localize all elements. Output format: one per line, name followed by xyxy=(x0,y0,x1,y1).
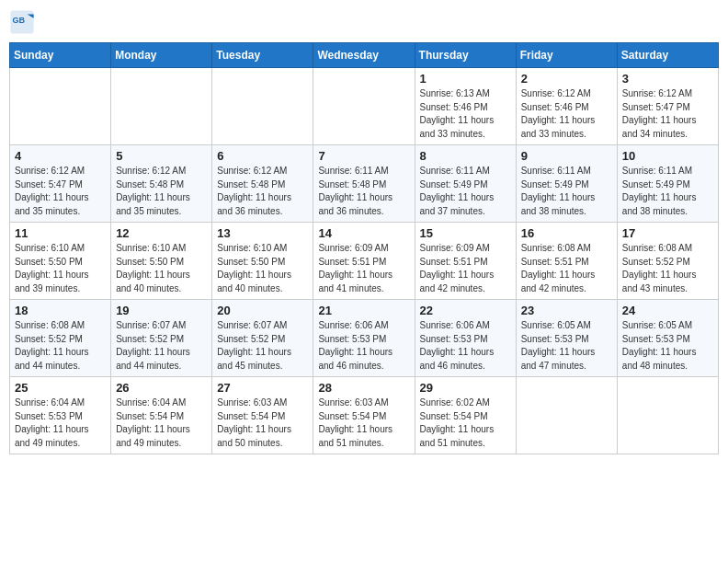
day-number: 11 xyxy=(15,226,106,240)
calendar-cell: 2Sunrise: 6:12 AM Sunset: 5:46 PM Daylig… xyxy=(516,68,617,145)
header: GB xyxy=(9,9,719,35)
day-number: 29 xyxy=(420,381,511,395)
day-info: Sunrise: 6:10 AM Sunset: 5:50 PM Dayligh… xyxy=(15,242,106,295)
day-info: Sunrise: 6:11 AM Sunset: 5:49 PM Dayligh… xyxy=(420,165,511,218)
calendar-cell: 24Sunrise: 6:05 AM Sunset: 5:53 PM Dayli… xyxy=(617,300,718,377)
calendar-cell: 13Sunrise: 6:10 AM Sunset: 5:50 PM Dayli… xyxy=(212,223,313,300)
calendar-cell: 27Sunrise: 6:03 AM Sunset: 5:54 PM Dayli… xyxy=(212,377,313,454)
day-info: Sunrise: 6:12 AM Sunset: 5:48 PM Dayligh… xyxy=(217,165,308,218)
day-info: Sunrise: 6:12 AM Sunset: 5:47 PM Dayligh… xyxy=(622,87,713,141)
calendar-cell: 11Sunrise: 6:10 AM Sunset: 5:50 PM Dayli… xyxy=(10,223,111,300)
calendar-cell: 5Sunrise: 6:12 AM Sunset: 5:48 PM Daylig… xyxy=(111,145,212,223)
day-number: 20 xyxy=(217,304,308,317)
calendar-cell: 25Sunrise: 6:04 AM Sunset: 5:53 PM Dayli… xyxy=(10,377,111,454)
day-info: Sunrise: 6:12 AM Sunset: 5:47 PM Dayligh… xyxy=(15,165,106,218)
day-number: 23 xyxy=(521,304,612,317)
calendar-cell: 3Sunrise: 6:12 AM Sunset: 5:47 PM Daylig… xyxy=(617,68,718,145)
calendar-cell: 18Sunrise: 6:08 AM Sunset: 5:52 PM Dayli… xyxy=(10,300,111,377)
day-info: Sunrise: 6:02 AM Sunset: 5:54 PM Dayligh… xyxy=(420,396,511,450)
day-number: 25 xyxy=(15,381,106,395)
day-info: Sunrise: 6:06 AM Sunset: 5:53 PM Dayligh… xyxy=(318,319,409,373)
calendar-header-monday: Monday xyxy=(111,43,212,68)
calendar-cell: 8Sunrise: 6:11 AM Sunset: 5:49 PM Daylig… xyxy=(415,145,516,223)
day-number: 5 xyxy=(116,149,207,163)
calendar-cell: 14Sunrise: 6:09 AM Sunset: 5:51 PM Dayli… xyxy=(313,223,415,300)
calendar-cell: 12Sunrise: 6:10 AM Sunset: 5:50 PM Dayli… xyxy=(111,223,212,300)
calendar-cell: 15Sunrise: 6:09 AM Sunset: 5:51 PM Dayli… xyxy=(415,223,516,300)
calendar-header-row: SundayMondayTuesdayWednesdayThursdayFrid… xyxy=(10,43,719,68)
calendar-header-wednesday: Wednesday xyxy=(313,43,415,68)
calendar-cell xyxy=(212,68,313,145)
calendar-cell xyxy=(617,377,718,454)
calendar-header-thursday: Thursday xyxy=(415,43,516,68)
day-info: Sunrise: 6:07 AM Sunset: 5:52 PM Dayligh… xyxy=(217,319,308,373)
calendar-cell: 20Sunrise: 6:07 AM Sunset: 5:52 PM Dayli… xyxy=(212,300,313,377)
day-number: 17 xyxy=(622,226,713,240)
day-number: 28 xyxy=(318,381,409,395)
logo: GB xyxy=(9,9,39,35)
calendar-week-2: 4Sunrise: 6:12 AM Sunset: 5:47 PM Daylig… xyxy=(10,145,719,223)
calendar-cell xyxy=(313,68,415,145)
calendar-cell: 21Sunrise: 6:06 AM Sunset: 5:53 PM Dayli… xyxy=(313,300,415,377)
calendar-cell xyxy=(111,68,212,145)
calendar-cell: 23Sunrise: 6:05 AM Sunset: 5:53 PM Dayli… xyxy=(516,300,617,377)
calendar-cell: 28Sunrise: 6:03 AM Sunset: 5:54 PM Dayli… xyxy=(313,377,415,454)
day-number: 22 xyxy=(420,304,511,317)
day-number: 1 xyxy=(420,72,511,86)
day-info: Sunrise: 6:04 AM Sunset: 5:53 PM Dayligh… xyxy=(15,396,106,450)
day-number: 4 xyxy=(15,149,106,163)
calendar-header-saturday: Saturday xyxy=(617,43,718,68)
day-info: Sunrise: 6:06 AM Sunset: 5:53 PM Dayligh… xyxy=(420,319,511,373)
calendar-header-tuesday: Tuesday xyxy=(212,43,313,68)
calendar-cell xyxy=(10,68,111,145)
day-info: Sunrise: 6:04 AM Sunset: 5:54 PM Dayligh… xyxy=(116,396,207,450)
day-info: Sunrise: 6:11 AM Sunset: 5:48 PM Dayligh… xyxy=(318,165,409,218)
calendar-cell: 29Sunrise: 6:02 AM Sunset: 5:54 PM Dayli… xyxy=(415,377,516,454)
day-info: Sunrise: 6:05 AM Sunset: 5:53 PM Dayligh… xyxy=(622,319,713,373)
day-number: 7 xyxy=(318,149,409,163)
calendar-cell: 19Sunrise: 6:07 AM Sunset: 5:52 PM Dayli… xyxy=(111,300,212,377)
calendar-cell: 26Sunrise: 6:04 AM Sunset: 5:54 PM Dayli… xyxy=(111,377,212,454)
day-number: 15 xyxy=(420,226,511,240)
day-number: 18 xyxy=(15,304,106,317)
day-info: Sunrise: 6:11 AM Sunset: 5:49 PM Dayligh… xyxy=(622,165,713,218)
calendar-cell: 10Sunrise: 6:11 AM Sunset: 5:49 PM Dayli… xyxy=(617,145,718,223)
day-info: Sunrise: 6:10 AM Sunset: 5:50 PM Dayligh… xyxy=(116,242,207,295)
svg-text:GB: GB xyxy=(13,16,26,25)
day-number: 3 xyxy=(622,72,713,86)
logo-icon: GB xyxy=(9,9,35,35)
calendar-cell: 4Sunrise: 6:12 AM Sunset: 5:47 PM Daylig… xyxy=(10,145,111,223)
calendar-header-sunday: Sunday xyxy=(10,43,111,68)
calendar-cell: 17Sunrise: 6:08 AM Sunset: 5:52 PM Dayli… xyxy=(617,223,718,300)
calendar-cell xyxy=(516,377,617,454)
calendar-week-4: 18Sunrise: 6:08 AM Sunset: 5:52 PM Dayli… xyxy=(10,300,719,377)
day-number: 24 xyxy=(622,304,713,317)
day-number: 10 xyxy=(622,149,713,163)
day-info: Sunrise: 6:08 AM Sunset: 5:51 PM Dayligh… xyxy=(521,242,612,295)
day-number: 13 xyxy=(217,226,308,240)
day-number: 2 xyxy=(521,72,612,86)
day-number: 9 xyxy=(521,149,612,163)
day-info: Sunrise: 6:08 AM Sunset: 5:52 PM Dayligh… xyxy=(15,319,106,373)
day-info: Sunrise: 6:09 AM Sunset: 5:51 PM Dayligh… xyxy=(318,242,409,295)
day-number: 19 xyxy=(116,304,207,317)
day-info: Sunrise: 6:03 AM Sunset: 5:54 PM Dayligh… xyxy=(217,396,308,450)
calendar-header-friday: Friday xyxy=(516,43,617,68)
day-number: 14 xyxy=(318,226,409,240)
calendar-cell: 9Sunrise: 6:11 AM Sunset: 5:49 PM Daylig… xyxy=(516,145,617,223)
calendar-cell: 16Sunrise: 6:08 AM Sunset: 5:51 PM Dayli… xyxy=(516,223,617,300)
day-number: 21 xyxy=(318,304,409,317)
calendar-cell: 22Sunrise: 6:06 AM Sunset: 5:53 PM Dayli… xyxy=(415,300,516,377)
day-number: 8 xyxy=(420,149,511,163)
day-number: 27 xyxy=(217,381,308,395)
calendar-cell: 6Sunrise: 6:12 AM Sunset: 5:48 PM Daylig… xyxy=(212,145,313,223)
calendar-week-5: 25Sunrise: 6:04 AM Sunset: 5:53 PM Dayli… xyxy=(10,377,719,454)
day-number: 12 xyxy=(116,226,207,240)
day-info: Sunrise: 6:07 AM Sunset: 5:52 PM Dayligh… xyxy=(116,319,207,373)
calendar-week-1: 1Sunrise: 6:13 AM Sunset: 5:46 PM Daylig… xyxy=(10,68,719,145)
day-number: 16 xyxy=(521,226,612,240)
day-info: Sunrise: 6:08 AM Sunset: 5:52 PM Dayligh… xyxy=(622,242,713,295)
day-info: Sunrise: 6:11 AM Sunset: 5:49 PM Dayligh… xyxy=(521,165,612,218)
day-info: Sunrise: 6:09 AM Sunset: 5:51 PM Dayligh… xyxy=(420,242,511,295)
day-info: Sunrise: 6:03 AM Sunset: 5:54 PM Dayligh… xyxy=(318,396,409,450)
